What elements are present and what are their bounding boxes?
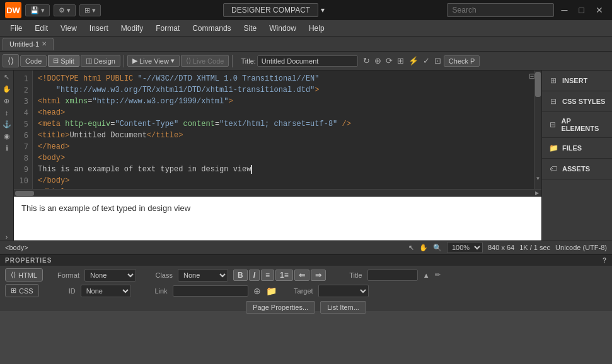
anchor-tool[interactable]: ⚓ [3,120,11,128]
color-tool[interactable]: ◉ [4,132,10,140]
list-item-btn[interactable]: List Item... [320,301,366,314]
css-icon: ⊟ [548,96,558,106]
browse-icon[interactable]: ⊕ [373,55,383,67]
title-prop-label: Title [331,271,362,279]
info-tool[interactable]: ℹ [6,144,8,152]
panel-insert[interactable]: ⊞ INSERT [542,71,612,91]
menu-view[interactable]: View [54,22,83,35]
html-btn[interactable]: ⟨⟩ HTML [5,268,43,282]
dimensions: 840 x 64 [488,244,514,251]
panel-files[interactable]: 📁 FILES [542,138,612,159]
menu-commands[interactable]: Commands [186,22,237,35]
zoom-select[interactable]: 100% 75% 150% [447,242,483,253]
refresh-icon[interactable]: ↻ [362,55,371,67]
document-tab[interactable]: Untitled-1 ✕ [3,38,54,50]
restore-btn[interactable]: □ [575,5,588,15]
target-label: Target [282,287,313,295]
multiscreen-icon[interactable]: ⊡ [433,55,442,67]
link-input[interactable] [173,285,248,297]
props-pencil-icon[interactable]: ✏ [435,271,441,279]
expand-tool[interactable]: ↕ [5,109,9,117]
code-line-1: <!DOCTYPE html PUBLIC "-//W3C//DTD XHTML… [38,73,529,84]
select-tool[interactable]: ↖ [4,73,9,81]
panel-ap-elements[interactable]: ⊟ AP ELEMENTS [542,112,612,138]
tab-close-btn[interactable]: ✕ [42,40,47,47]
target-select[interactable] [318,285,369,297]
zoom-tool[interactable]: ⊕ [4,97,9,105]
code-icon-btn[interactable]: ⟨⟩ [3,54,19,67]
panel-css-styles[interactable]: ⊟ CSS STYLES [542,91,612,112]
code-hscroll[interactable]: ▶ [14,189,541,196]
design-view-btn[interactable]: ◫ Design [81,55,120,67]
css-icon: ⊞ [11,287,16,295]
menu-window[interactable]: Window [263,22,303,35]
link-label: Link [136,287,168,295]
indent-more-btn[interactable]: ⇒ [311,270,326,281]
code-content[interactable]: <!DOCTYPE html PUBLIC "-//W3C//DTD XHTML… [33,71,534,189]
app-title: DESIGNER COMPACT [223,3,318,17]
hscroll-thumb[interactable] [15,191,34,196]
assets-icon: 🏷 [548,164,558,174]
format-buttons: B I ≡ 1≡ ⇐ ⇒ [233,270,326,281]
settings-btn[interactable]: ⚙▾ [54,4,76,16]
design-preview[interactable]: This is an example of text typed in desi… [14,196,541,241]
code-view-btn[interactable]: Code [20,55,47,67]
unordered-list-btn[interactable]: ≡ [261,270,274,281]
panel-ap-label: AP ELEMENTS [561,117,606,132]
toolbar-icons: ↻ ⊕ ⟳ ⊞ ⚡ ✓ ⊡ [362,55,442,67]
code-vscroll[interactable]: ▼ [534,71,541,189]
code-options-icon[interactable]: ⊟ [529,72,535,81]
validate-icon[interactable]: ✓ [422,55,431,67]
props-expand-icon[interactable]: ▲ [423,271,430,279]
reload-icon[interactable]: ⟳ [384,55,394,67]
page-title-input[interactable] [257,55,358,67]
live-code-btn[interactable]: ⟨⟩ Live Code [181,55,229,67]
code-editor: ⊟ 1 2 3 4 5 6 7 8 9 10 11 12 13 <!DOCTYP… [14,71,541,189]
title-bar: DW 💾▾ ⚙▾ ⊞▾ DESIGNER COMPACT ▾ ─ □ ✕ [0,0,612,20]
menu-modify[interactable]: Modify [115,22,149,35]
css-btn[interactable]: ⊞ CSS [5,284,39,297]
italic-btn[interactable]: I [249,270,260,281]
menu-site[interactable]: Site [238,22,263,35]
menu-file[interactable]: File [4,22,28,35]
scroll-down-arrow[interactable]: ▼ [535,176,541,181]
ordered-list-btn[interactable]: 1≡ [275,270,293,281]
format-select[interactable]: None Paragraph Heading 1 [84,269,136,282]
page-props-btn[interactable]: Page Properties... [246,301,315,314]
scroll-thumb[interactable] [535,72,541,97]
live-view-btn[interactable]: ▶ Live View ▾ [127,55,180,67]
panel-insert-label: INSERT [562,77,587,84]
split-view-btn[interactable]: ⊟ Split [48,55,79,67]
props-help-icon[interactable]: ? [603,257,607,264]
check-btn[interactable]: Check P [444,55,480,67]
code-line-9: <body> [38,152,529,164]
minimize-btn[interactable]: ─ [558,5,572,15]
format-label: Format [48,271,79,279]
expand-btn[interactable]: › [6,233,8,241]
body-tag[interactable]: <body> [5,244,28,251]
panel-assets[interactable]: 🏷 ASSETS [542,159,612,179]
id-select[interactable]: None [81,285,131,297]
class-select[interactable]: None [178,269,228,282]
close-btn[interactable]: ✕ [592,5,607,15]
menu-format[interactable]: Format [149,22,186,35]
left-gutter: ↖ ✋ ⊕ ↕ ⚓ ◉ ℹ › [0,71,14,241]
hscroll-right[interactable]: ▶ [535,190,541,196]
browse-link-icon[interactable]: ⊕ [253,286,261,296]
layout-btn[interactable]: ⊞▾ [79,4,101,16]
view-options-icon[interactable]: ⊞ [396,55,405,67]
file-link-icon[interactable]: 📁 [266,286,277,296]
bold-btn[interactable]: B [233,270,248,281]
menu-edit[interactable]: Edit [28,22,54,35]
debug-icon[interactable]: ⚡ [407,55,420,67]
hand-tool[interactable]: ✋ [3,85,11,93]
search-input[interactable] [447,3,554,17]
title-prop-input[interactable] [367,270,418,281]
menu-bar: File Edit View Insert Modify Format Comm… [0,20,612,37]
menu-insert[interactable]: Insert [83,22,115,35]
file-btn[interactable]: 💾▾ [25,4,50,16]
indent-less-btn[interactable]: ⇐ [294,270,309,281]
live-view-icon: ▶ [132,57,137,65]
menu-help[interactable]: Help [303,22,331,35]
gear-icon: ⚙ [59,6,65,14]
